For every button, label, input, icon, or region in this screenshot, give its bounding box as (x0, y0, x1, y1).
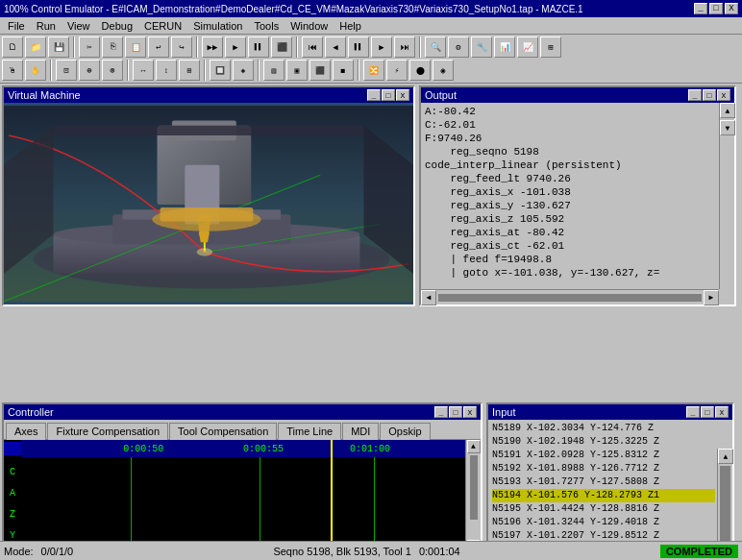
menu-run[interactable]: Run (31, 18, 62, 34)
tab-mdi[interactable]: MDI (342, 423, 379, 440)
tab-fixture-comp[interactable]: Fixture Compensation (47, 423, 168, 440)
tb-btn-5[interactable]: ⎘ (102, 37, 123, 58)
input-panel: Input _ □ X N5189 X-102.3034 Y-124.776 Z… (486, 402, 734, 560)
menu-file[interactable]: File (2, 18, 31, 34)
tb2-btn-2[interactable]: ✋ (25, 60, 46, 81)
tb2-btn-3[interactable]: ⊡ (56, 60, 77, 81)
tb-btn-17[interactable]: ⏭ (394, 37, 415, 58)
vm-close[interactable]: X (396, 89, 409, 101)
menu-cerun[interactable]: CERUN (138, 18, 187, 34)
new-button[interactable]: 🗋 (2, 37, 23, 58)
tb-btn-16[interactable]: ▶ (371, 37, 392, 58)
output-line-8: reg_axis_z 105.592 (425, 212, 717, 226)
tb-btn-15[interactable]: ▌▌ (348, 37, 369, 58)
output-scrollbar[interactable]: ▲ ▼ (719, 103, 734, 289)
tb2-btn-5[interactable]: ⊗ (102, 60, 123, 81)
tl-label-z: Z (4, 509, 21, 520)
output-minimize[interactable]: _ (688, 89, 702, 101)
tb-btn-23[interactable]: ⊞ (540, 37, 561, 58)
tb2-btn-15[interactable]: 🔀 (363, 60, 384, 81)
menu-simulation[interactable]: Simulation (187, 18, 248, 34)
input-maximize[interactable]: □ (701, 406, 714, 418)
tb2-btn-4[interactable]: ⊕ (79, 60, 100, 81)
tb2-btn-6[interactable]: ↔ (133, 60, 154, 81)
bottom-area: Controller _ □ X Axes Fixture Compensati… (0, 401, 742, 560)
tl-label-c: C (4, 467, 21, 477)
app-title: 100% Control Emulator - E#ICAM_Demonstra… (4, 4, 583, 14)
controller-minimize[interactable]: _ (434, 406, 448, 418)
controller-close[interactable]: X (463, 406, 477, 418)
input-scroll-up[interactable]: ▲ (718, 449, 733, 464)
scroll-up-button[interactable]: ▲ (720, 103, 735, 118)
tb2-btn-12[interactable]: ▣ (286, 60, 308, 81)
menu-view[interactable]: View (62, 18, 96, 34)
open-button[interactable]: 📁 (25, 37, 46, 58)
tl-vscroll-up[interactable]: ▲ (467, 440, 481, 453)
vm-minimize[interactable]: _ (367, 89, 381, 101)
tb-btn-12[interactable]: ⬛ (271, 37, 292, 58)
input-minimize[interactable]: _ (686, 406, 700, 418)
tb-btn-9[interactable]: ▶▶ (202, 37, 223, 58)
tb-btn-21[interactable]: 📊 (494, 37, 515, 58)
input-line-6: N5195 X-101.4424 Y-128.8816 Z (492, 502, 715, 516)
controller-title-buttons: _ □ X (434, 406, 477, 418)
svg-point-15 (197, 248, 212, 256)
tb-btn-8[interactable]: ↪ (171, 37, 192, 58)
toolbar-sep-1 (73, 37, 75, 58)
menu-window[interactable]: Window (284, 18, 334, 34)
tab-timeline[interactable]: Time Line (278, 423, 341, 440)
tb2-btn-18[interactable]: ◉ (433, 60, 454, 81)
tb2-btn-10[interactable]: ◈ (233, 60, 254, 81)
svg-rect-12 (53, 126, 363, 135)
tab-tool-comp[interactable]: Tool Compensation (169, 423, 277, 440)
output-maximize[interactable]: □ (703, 89, 716, 101)
menu-debug[interactable]: Debug (96, 18, 138, 34)
tb-btn-6[interactable]: 📋 (125, 37, 146, 58)
tb-btn-13[interactable]: ⏮ (302, 37, 323, 58)
minimize-button[interactable]: _ (694, 3, 707, 14)
tb2-btn-13[interactable]: ⬛ (309, 60, 331, 81)
tab-opskip[interactable]: Opskip (380, 423, 430, 440)
maximize-button[interactable]: □ (709, 3, 723, 14)
tb2-btn-17[interactable]: ⬤ (409, 60, 431, 81)
tb-btn-4[interactable]: ✂ (79, 37, 100, 58)
tb2-btn-8[interactable]: ⊞ (179, 60, 200, 81)
scroll-track-h[interactable] (438, 294, 702, 302)
tb2-btn-7[interactable]: ↕ (156, 60, 177, 81)
tb2-btn-1[interactable]: 🖱 (2, 60, 23, 81)
tb-btn-18[interactable]: 🔍 (425, 37, 446, 58)
tb-btn-10[interactable]: ▶ (225, 37, 246, 58)
input-title: Input (492, 406, 515, 418)
tb2-btn-14[interactable]: ◼ (333, 60, 354, 81)
tb-btn-11[interactable]: ▌▌ (248, 37, 269, 58)
close-button[interactable]: X (725, 3, 738, 14)
tb-btn-7[interactable]: ↩ (148, 37, 169, 58)
output-close[interactable]: X (717, 89, 730, 101)
tb2-btn-9[interactable]: 🔲 (210, 60, 231, 81)
menu-help[interactable]: Help (334, 18, 367, 34)
tb-btn-19[interactable]: ⚙ (448, 37, 469, 58)
scroll-left-button[interactable]: ◀ (421, 290, 436, 305)
vm-content (4, 103, 413, 304)
controller-maximize[interactable]: □ (449, 406, 462, 418)
input-line-7: N5196 X-101.3244 Y-129.4018 Z (492, 516, 715, 529)
tb-btn-14[interactable]: ◀ (325, 37, 346, 58)
input-close[interactable]: X (715, 406, 729, 418)
scroll-down-button[interactable]: ▼ (720, 120, 735, 135)
vm-maximize[interactable]: □ (382, 89, 395, 101)
cnc-visualization (4, 103, 413, 304)
menu-tools[interactable]: Tools (248, 18, 284, 34)
vm-title: Virtual Machine (8, 89, 81, 101)
tb2-btn-16[interactable]: ⚡ (386, 60, 408, 81)
output-hscrollbar[interactable]: ◀ ▶ (421, 289, 719, 304)
save-button[interactable]: 💾 (48, 37, 69, 58)
tb-btn-20[interactable]: 🔧 (471, 37, 492, 58)
tab-axes[interactable]: Axes (6, 423, 46, 440)
controller-title-bar: Controller _ □ X (4, 404, 481, 420)
scroll-right-button[interactable]: ▶ (704, 290, 719, 305)
tb2-btn-11[interactable]: ▤ (263, 60, 284, 81)
toolbar2-sep-1 (50, 60, 52, 81)
time-value: 0:001:04 (419, 546, 460, 557)
toolbar-row-2: 🖱 ✋ ⊡ ⊕ ⊗ ↔ ↕ ⊞ 🔲 ◈ ▤ ▣ ⬛ ◼ 🔀 ⚡ ⬤ ◉ (2, 60, 740, 81)
tb-btn-22[interactable]: 📈 (517, 37, 538, 58)
